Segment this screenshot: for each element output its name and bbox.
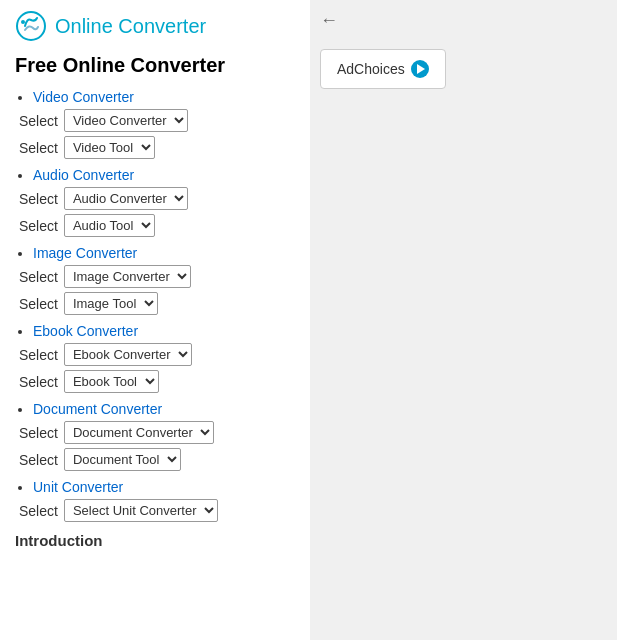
select-row-ebook-2: SelectEbook Tool xyxy=(15,370,295,393)
logo-text: Online Converter xyxy=(55,15,206,38)
select-image-2[interactable]: Image Tool xyxy=(64,292,158,315)
select-row-document-1: SelectDocument Converter xyxy=(15,421,295,444)
ad-choices-icon xyxy=(411,60,429,78)
sections-container: Video ConverterSelectVideo ConverterSele… xyxy=(15,89,295,522)
list-item-audio: Audio Converter xyxy=(33,167,295,183)
select-video-2[interactable]: Video Tool xyxy=(64,136,155,159)
back-arrow[interactable]: ← xyxy=(320,10,338,31)
section-unit: Unit ConverterSelectSelect Unit Converte… xyxy=(15,479,295,522)
main-title: Free Online Converter xyxy=(15,54,295,77)
section-unit-list: Unit Converter xyxy=(15,479,295,495)
select-label-image-2: Select xyxy=(19,296,58,312)
select-label-ebook-2: Select xyxy=(19,374,58,390)
select-row-document-2: SelectDocument Tool xyxy=(15,448,295,471)
ad-box: AdChoices xyxy=(320,49,446,89)
select-row-ebook-1: SelectEbook Converter xyxy=(15,343,295,366)
list-item-ebook: Ebook Converter xyxy=(33,323,295,339)
link-video[interactable]: Video Converter xyxy=(33,89,134,105)
select-ebook-1[interactable]: Ebook Converter xyxy=(64,343,192,366)
list-item-image: Image Converter xyxy=(33,245,295,261)
link-audio[interactable]: Audio Converter xyxy=(33,167,134,183)
intro-title: Introduction xyxy=(15,532,295,549)
select-row-audio-1: SelectAudio Converter xyxy=(15,187,295,210)
select-audio-2[interactable]: Audio Tool xyxy=(64,214,155,237)
ad-text: AdChoices xyxy=(337,61,405,77)
select-document-1[interactable]: Document Converter xyxy=(64,421,214,444)
logo-area: Online Converter xyxy=(15,10,295,42)
select-label-video-1: Select xyxy=(19,113,58,129)
select-row-image-2: SelectImage Tool xyxy=(15,292,295,315)
select-unit-1[interactable]: Select Unit Converter xyxy=(64,499,218,522)
select-label-image-1: Select xyxy=(19,269,58,285)
select-row-audio-2: SelectAudio Tool xyxy=(15,214,295,237)
section-ebook-list: Ebook Converter xyxy=(15,323,295,339)
logo-icon xyxy=(15,10,47,42)
select-row-image-1: SelectImage Converter xyxy=(15,265,295,288)
select-row-video-2: SelectVideo Tool xyxy=(15,136,295,159)
section-audio: Audio ConverterSelectAudio ConverterSele… xyxy=(15,167,295,237)
select-label-document-1: Select xyxy=(19,425,58,441)
svg-point-1 xyxy=(21,20,25,24)
section-image-list: Image Converter xyxy=(15,245,295,261)
section-audio-list: Audio Converter xyxy=(15,167,295,183)
right-panel: ← AdChoices xyxy=(310,0,617,640)
link-unit[interactable]: Unit Converter xyxy=(33,479,123,495)
select-ebook-2[interactable]: Ebook Tool xyxy=(64,370,159,393)
select-label-audio-1: Select xyxy=(19,191,58,207)
list-item-document: Document Converter xyxy=(33,401,295,417)
section-video: Video ConverterSelectVideo ConverterSele… xyxy=(15,89,295,159)
select-label-unit-1: Select xyxy=(19,503,58,519)
link-document[interactable]: Document Converter xyxy=(33,401,162,417)
select-image-1[interactable]: Image Converter xyxy=(64,265,191,288)
select-label-document-2: Select xyxy=(19,452,58,468)
select-audio-1[interactable]: Audio Converter xyxy=(64,187,188,210)
select-row-video-1: SelectVideo Converter xyxy=(15,109,295,132)
section-document-list: Document Converter xyxy=(15,401,295,417)
select-document-2[interactable]: Document Tool xyxy=(64,448,181,471)
section-ebook: Ebook ConverterSelectEbook ConverterSele… xyxy=(15,323,295,393)
left-panel: Online Converter Free Online Converter V… xyxy=(0,0,310,640)
select-label-audio-2: Select xyxy=(19,218,58,234)
select-row-unit-1: SelectSelect Unit Converter xyxy=(15,499,295,522)
list-item-unit: Unit Converter xyxy=(33,479,295,495)
link-image[interactable]: Image Converter xyxy=(33,245,137,261)
link-ebook[interactable]: Ebook Converter xyxy=(33,323,138,339)
section-video-list: Video Converter xyxy=(15,89,295,105)
select-label-ebook-1: Select xyxy=(19,347,58,363)
select-label-video-2: Select xyxy=(19,140,58,156)
select-video-1[interactable]: Video Converter xyxy=(64,109,188,132)
section-document: Document ConverterSelectDocument Convert… xyxy=(15,401,295,471)
list-item-video: Video Converter xyxy=(33,89,295,105)
section-image: Image ConverterSelectImage ConverterSele… xyxy=(15,245,295,315)
ad-play-triangle xyxy=(417,64,425,74)
